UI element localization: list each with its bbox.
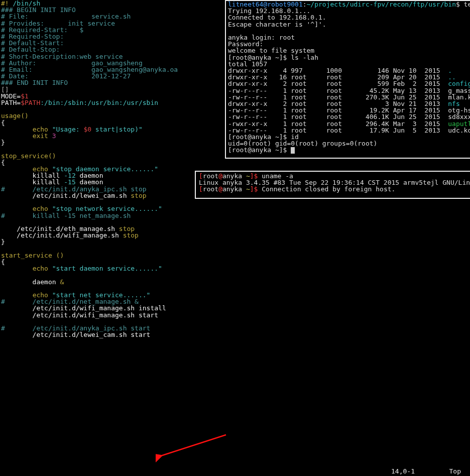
annotation-arrow-icon [156,433,231,463]
uname-output: [root@anyka ~]$ uname -a Linux anyka 3.4… [196,172,470,194]
vim-status-bar: 14,0-1 Top [0,468,470,476]
telnet-ls-panel: litneet64@robot9001:~/projects/udirc-fpv… [225,0,470,159]
telnet-ls-output: litneet64@robot9001:~/projects/udirc-fpv… [226,1,470,154]
uname-panel: [root@anyka ~]$ uname -a Linux anyka 3.4… [195,171,470,199]
svg-line-0 [161,435,226,456]
script-editor[interactable]: #! /bin/sh ### BEGIN INIT INFO # File: s… [0,0,232,338]
scroll-position: Top [449,468,461,474]
script-source: #! /bin/sh ### BEGIN INIT INFO # File: s… [1,0,232,338]
cursor-position: 14,0-1 [391,468,415,474]
